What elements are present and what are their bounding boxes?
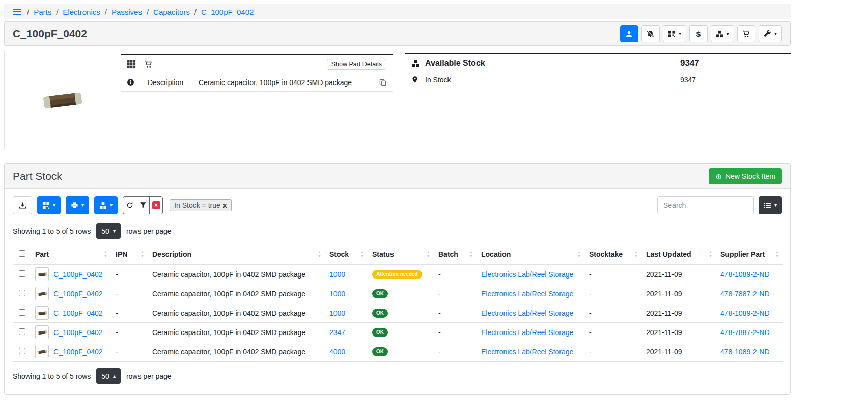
table-view-dropdown[interactable]: ▾ — [759, 196, 782, 214]
barcode-actions-dropdown[interactable]: ▾ — [37, 196, 61, 214]
stock-link[interactable]: 2347 — [329, 328, 345, 337]
breadcrumb-item-electronics[interactable]: Electronics — [63, 8, 100, 16]
hamburger-icon — [12, 8, 21, 15]
part-link[interactable]: C_100pF_0402 — [53, 290, 103, 298]
page-size-dropdown[interactable]: 50 ▴ — [96, 368, 121, 384]
column-header-last-updated[interactable]: Last Updated▲▼ — [642, 244, 716, 265]
search-input[interactable] — [657, 196, 754, 214]
barcode-icon — [42, 202, 50, 209]
breadcrumb-item-capacitors[interactable]: Capacitors — [153, 8, 190, 16]
caret-down-icon: ▾ — [110, 203, 113, 208]
part-thumbnail[interactable] — [35, 287, 49, 300]
boxes-icon — [716, 30, 723, 38]
export-button[interactable] — [13, 196, 32, 214]
part-image[interactable] — [5, 50, 121, 150]
part-link[interactable]: C_100pF_0402 — [53, 309, 103, 317]
ipn-cell: - — [111, 323, 148, 342]
column-header-description[interactable]: Description▲▼ — [148, 244, 325, 265]
supplier-part-link[interactable]: 478-7887-2-ND — [720, 328, 770, 337]
filter-tag-close[interactable]: x — [223, 201, 227, 209]
map-marker-icon — [411, 76, 419, 84]
part-link[interactable]: C_100pF_0402 — [53, 348, 103, 356]
grid-icon[interactable] — [127, 60, 136, 69]
last-updated-cell: 2021-11-09 — [642, 264, 716, 284]
supplier-part-link[interactable]: 478-1089-2-ND — [720, 348, 770, 356]
location-link[interactable]: Electronics Lab/Reel Storage — [481, 270, 573, 279]
bell-slash-icon — [647, 30, 654, 38]
list-icon — [764, 202, 771, 209]
stock-link[interactable]: 1000 — [329, 270, 345, 279]
copy-icon[interactable] — [379, 79, 386, 86]
last-updated-cell: 2021-11-09 — [642, 284, 716, 303]
row-checkbox[interactable] — [19, 348, 25, 354]
column-header-part[interactable]: Part▲▼ — [31, 244, 111, 265]
refresh-icon — [126, 202, 133, 209]
part-stock-body: ▾ ▾ ▾ — [5, 189, 790, 394]
in-stock-row: In Stock 9347 — [405, 72, 791, 88]
part-thumbnail[interactable] — [35, 306, 49, 320]
menu-button[interactable] — [11, 7, 22, 16]
supplier-part-link[interactable]: 478-1089-2-ND — [720, 309, 770, 317]
cart-icon[interactable] — [144, 60, 152, 68]
row-checkbox[interactable] — [19, 270, 25, 277]
description-cell: Ceramic capacitor, 100pF in 0402 SMD pac… — [148, 323, 325, 342]
description-value: Ceramic capacitor, 100pF in 0402 SMD pac… — [199, 78, 379, 87]
supplier-part-link[interactable]: 478-7887-2-ND — [720, 290, 770, 298]
part-actions-dropdown[interactable]: ▾ — [759, 25, 782, 42]
part-thumbnail[interactable] — [35, 345, 49, 358]
column-header-location[interactable]: Location▲▼ — [477, 244, 585, 265]
column-header-status[interactable]: Status▲▼ — [368, 244, 434, 265]
show-part-details-button[interactable]: Show Part Details — [327, 59, 386, 70]
location-link[interactable]: Electronics Lab/Reel Storage — [481, 290, 573, 298]
location-link[interactable]: Electronics Lab/Reel Storage — [481, 348, 573, 356]
stock-link[interactable]: 4000 — [329, 348, 345, 356]
barcode-actions-dropdown[interactable]: ▾ — [663, 25, 686, 42]
location-link[interactable]: Electronics Lab/Reel Storage — [481, 328, 573, 337]
pricing-button[interactable]: $ — [689, 25, 708, 42]
new-stock-item-button[interactable]: ⊕ New Stock Item — [709, 168, 782, 184]
row-checkbox[interactable] — [19, 309, 25, 316]
stock-actions-dropdown[interactable]: ▾ — [711, 25, 734, 42]
caret-down-icon: ▾ — [113, 229, 116, 234]
filter-tag-in-stock[interactable]: In Stock = true x — [170, 199, 231, 211]
page-size-dropdown[interactable]: 50 ▾ — [96, 223, 121, 239]
part-link[interactable]: C_100pF_0402 — [53, 328, 103, 337]
supplier-part-link[interactable]: 478-1089-2-ND — [720, 270, 770, 279]
column-header-stocktake[interactable]: Stocktake▲▼ — [585, 244, 642, 265]
notifications-off-button[interactable] — [641, 25, 660, 42]
sort-icon: ▲▼ — [360, 250, 364, 258]
description-label: Description — [148, 78, 199, 87]
row-checkbox[interactable] — [19, 290, 25, 296]
stock-link[interactable]: 1000 — [329, 290, 345, 298]
part-link[interactable]: C_100pF_0402 — [53, 270, 103, 279]
column-header-batch[interactable]: Batch▲▼ — [434, 244, 477, 265]
sort-icon: ▲▼ — [709, 250, 712, 258]
sort-icon: ▲▼ — [469, 250, 473, 258]
column-header-ipn[interactable]: IPN▲▼ — [111, 244, 148, 265]
part-thumbnail[interactable] — [35, 267, 49, 281]
page: / Parts / Electronics / Passives / Capac… — [4, 4, 791, 395]
capacitor-image — [40, 86, 85, 115]
purchase-button[interactable] — [737, 25, 755, 42]
stock-link[interactable]: 1000 — [329, 309, 345, 317]
column-header-supplier-part[interactable]: Supplier Part▲▼ — [716, 244, 783, 265]
breadcrumb-item-passives[interactable]: Passives — [111, 8, 142, 16]
stocktake-cell: - — [585, 303, 642, 323]
clear-filters-button[interactable]: × — [149, 196, 163, 214]
add-filter-button[interactable] — [136, 196, 150, 214]
stocktake-cell: - — [585, 323, 642, 342]
print-actions-dropdown[interactable]: ▾ — [66, 196, 89, 214]
stock-options-dropdown[interactable]: ▾ — [94, 196, 118, 214]
column-header-stock[interactable]: Stock▲▼ — [325, 244, 368, 265]
location-link[interactable]: Electronics Lab/Reel Storage — [481, 309, 573, 317]
part-stock-heading: Part Stock ⊕ New Stock Item — [5, 164, 790, 189]
new-stock-item-label: New Stock Item — [725, 172, 775, 180]
row-checkbox[interactable] — [19, 328, 25, 335]
breadcrumb-item-current-part[interactable]: C_100pF_0402 — [201, 8, 254, 16]
breadcrumb-item-parts[interactable]: Parts — [34, 8, 51, 16]
subscribe-button[interactable] — [620, 25, 638, 42]
refresh-button[interactable] — [123, 196, 136, 214]
select-all-checkbox[interactable] — [19, 250, 25, 257]
part-thumbnail[interactable] — [35, 325, 49, 339]
batch-cell: - — [434, 264, 477, 284]
